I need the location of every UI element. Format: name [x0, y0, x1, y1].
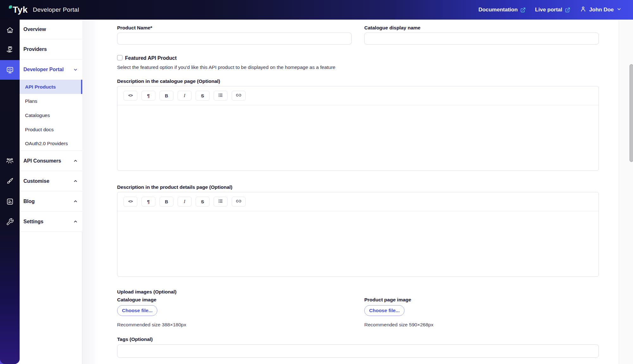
catalogue-image-choose-file-button[interactable]: Choose file... — [117, 305, 157, 316]
sidebar-subitem-product-docs[interactable]: Product docs — [20, 122, 82, 137]
italic-icon: I — [184, 93, 185, 98]
catalogue-display-name-label: Catalogue display name — [364, 25, 420, 31]
sidebar-item-label: Developer Portal — [23, 67, 64, 72]
rail-customise-icon[interactable] — [0, 171, 20, 191]
external-link-icon — [565, 7, 570, 13]
product-page-image-choose-file-button[interactable]: Choose file... — [364, 305, 404, 316]
chevron-up-icon — [73, 158, 78, 163]
user-icon — [580, 6, 586, 14]
bullet-list-button[interactable] — [214, 197, 228, 207]
rail-providers-icon[interactable] — [0, 40, 20, 59]
documentation-label: Documentation — [479, 7, 518, 13]
live-portal-label: Live portal — [535, 7, 562, 13]
rail-settings-icon[interactable] — [0, 212, 20, 231]
strikethrough-icon: S — [201, 93, 204, 98]
sidebar: Overview Providers Developer Portal API … — [20, 20, 82, 364]
link-button[interactable] — [232, 91, 246, 101]
bullet-list-button[interactable] — [214, 91, 228, 101]
strikethrough-button[interactable]: S — [196, 197, 210, 207]
bullet-list-icon — [218, 199, 223, 205]
app-root: Tyk Developer Portal Documentation Live … — [0, 0, 633, 364]
paragraph-button[interactable]: ¶ — [141, 197, 155, 207]
description-catalogue-label: Description in the catalogue page (Optio… — [117, 78, 220, 84]
italic-button[interactable]: I — [178, 197, 191, 207]
paragraph-icon: ¶ — [147, 199, 150, 204]
external-link-icon — [520, 7, 526, 13]
italic-icon: I — [184, 199, 185, 204]
sidebar-item-label: Providers — [23, 46, 47, 52]
sidebar-item-providers[interactable]: Providers — [20, 39, 82, 59]
catalogue-description-editor: <> ¶ B I S — [117, 86, 599, 171]
upload-images-title: Upload images (Optional) — [117, 289, 177, 295]
sidebar-subitem-plans[interactable]: Plans — [20, 94, 82, 108]
sidebar-item-developer-portal[interactable]: Developer Portal — [20, 59, 82, 80]
sidebar-item-label: Settings — [23, 219, 43, 225]
sidebar-item-api-consumers[interactable]: API Consumers — [20, 151, 82, 171]
sidebar-subitem-label: Product docs — [25, 127, 53, 133]
link-icon — [236, 199, 241, 205]
sidebar-subitem-label: Catalogues — [25, 113, 50, 118]
italic-button[interactable]: I — [178, 91, 191, 101]
product-title: Developer Portal — [33, 6, 79, 13]
link-icon — [236, 93, 241, 99]
icon-rail — [0, 20, 20, 364]
rail-home-icon[interactable] — [0, 20, 20, 40]
product-page-image-label: Product page image — [364, 297, 411, 303]
sidebar-subitem-catalogues[interactable]: Catalogues — [20, 108, 82, 122]
sidebar-subitem-label: OAuth2.0 Providers — [25, 141, 68, 146]
sidebar-subitem-api-products[interactable]: API Products — [20, 80, 82, 94]
page-scrollbar-track[interactable] — [619, 20, 633, 364]
sidebar-subitem-oauth-providers[interactable]: OAuth2.0 Providers — [20, 137, 82, 151]
sidebar-item-customise[interactable]: Customise — [20, 171, 82, 191]
tyk-logo: Tyk Developer Portal — [9, 5, 79, 15]
code-button[interactable]: <> — [123, 197, 137, 207]
product-name-label: Product Name* — [117, 25, 152, 31]
brand-text: Tyk — [13, 5, 28, 15]
catalogue-image-hint: Recommended size 388×180px — [117, 322, 186, 328]
catalogue-display-name-input[interactable] — [364, 33, 599, 45]
rail-blog-icon[interactable] — [0, 192, 20, 211]
bold-button[interactable]: B — [160, 197, 173, 207]
product-page-image-hint: Recommended size 590×268px — [364, 322, 433, 328]
details-description-editor: <> ¶ B I S — [117, 192, 599, 277]
link-button[interactable] — [232, 197, 246, 207]
strikethrough-button[interactable]: S — [196, 91, 210, 101]
chevron-up-icon — [73, 179, 78, 183]
documentation-link[interactable]: Documentation — [479, 7, 526, 13]
product-name-input[interactable] — [117, 33, 352, 45]
code-button[interactable]: <> — [123, 91, 137, 101]
sidebar-item-settings[interactable]: Settings — [20, 212, 82, 232]
bold-button[interactable]: B — [160, 91, 173, 101]
sidebar-item-label: API Consumers — [23, 158, 61, 164]
chevron-down-icon — [73, 67, 78, 72]
sidebar-item-blog[interactable]: Blog — [20, 191, 82, 212]
chevron-down-icon — [617, 7, 622, 13]
bold-icon: B — [165, 199, 168, 204]
strikethrough-icon: S — [201, 199, 204, 204]
sidebar-item-overview[interactable]: Overview — [20, 20, 82, 39]
chevron-up-icon — [73, 219, 78, 224]
code-icon: <> — [128, 199, 133, 204]
user-menu[interactable]: John Doe — [580, 6, 622, 14]
live-portal-link[interactable]: Live portal — [535, 7, 570, 13]
tags-input[interactable] — [117, 344, 599, 358]
topbar: Tyk Developer Portal Documentation Live … — [0, 0, 633, 20]
bold-icon: B — [165, 93, 168, 98]
page-scrollbar-thumb[interactable] — [630, 64, 633, 162]
featured-api-product-label: Featured API Product — [125, 55, 177, 61]
featured-api-product-checkbox[interactable] — [117, 55, 122, 60]
catalogue-description-editor-content[interactable] — [117, 105, 599, 170]
paragraph-icon: ¶ — [147, 93, 150, 98]
code-icon: <> — [128, 93, 133, 98]
tyk-leaf-icon — [9, 5, 12, 9]
details-description-editor-content[interactable] — [117, 211, 599, 276]
user-name: John Doe — [589, 7, 614, 13]
featured-help-text: Select the featured option if you'd like… — [117, 65, 335, 70]
rail-api-consumers-icon[interactable] — [0, 151, 20, 171]
paragraph-button[interactable]: ¶ — [141, 91, 155, 101]
sidebar-item-label: Blog — [23, 199, 35, 204]
rail-developer-portal-icon[interactable] — [0, 60, 20, 80]
editor-toolbar: <> ¶ B I S — [117, 86, 599, 105]
sidebar-subitem-label: Plans — [25, 98, 37, 104]
chevron-up-icon — [73, 199, 78, 204]
